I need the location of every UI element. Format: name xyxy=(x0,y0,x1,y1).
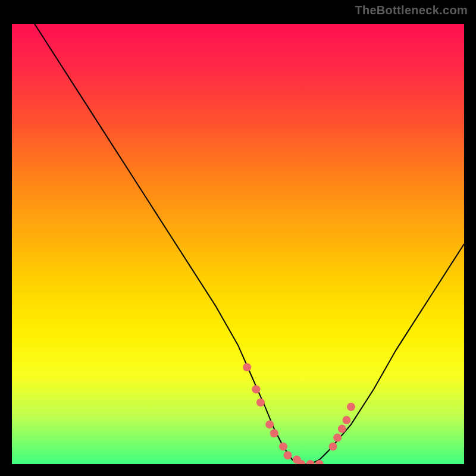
highlight-dot xyxy=(338,425,346,433)
highlight-dot xyxy=(329,442,337,450)
bottleneck-curve xyxy=(35,24,464,464)
highlight-dot xyxy=(306,460,315,464)
highlight-dot xyxy=(284,451,292,459)
highlight-dot xyxy=(256,398,265,406)
chart-frame xyxy=(6,18,470,470)
highlight-dot xyxy=(243,363,251,371)
chart-svg xyxy=(12,24,464,464)
optimal-range-dots xyxy=(243,363,355,464)
highlight-dot xyxy=(342,416,350,424)
chart-plot-area xyxy=(12,24,464,464)
highlight-dot xyxy=(252,385,260,393)
highlight-dot xyxy=(265,420,274,428)
watermark-text: TheBottleneck.com xyxy=(355,4,468,17)
highlight-dot xyxy=(279,442,287,450)
highlight-dot xyxy=(333,434,342,442)
highlight-dot xyxy=(270,429,278,437)
highlight-dot xyxy=(347,403,355,411)
